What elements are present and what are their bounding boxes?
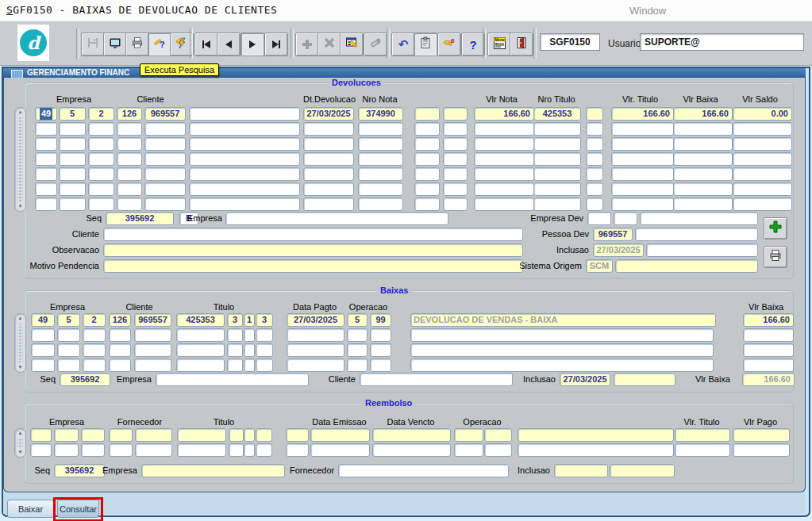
devolucoes-cell-r0c7[interactable]: 374990 [358, 107, 403, 121]
reembolso-cell-r0c15[interactable] [675, 428, 730, 442]
baixas-cell-r3c10[interactable] [347, 358, 368, 372]
add-item-button[interactable] [764, 217, 787, 239]
baixas-cell-r2c2[interactable] [83, 343, 106, 357]
reembolso-cell-r1c12[interactable] [454, 443, 483, 457]
baixas-cell-r1c10[interactable] [347, 328, 368, 342]
list-of-values-button[interactable]: 8 [437, 33, 461, 56]
devolucoes-cell-r1c12[interactable] [586, 122, 603, 136]
dev-observacao-field[interactable] [103, 243, 523, 257]
devolucoes-cell-r2c2[interactable] [88, 137, 114, 151]
reembolso-cell-r0c1[interactable] [54, 428, 79, 442]
screen-button[interactable] [103, 33, 127, 56]
devolucoes-cell-r5c9[interactable] [443, 182, 468, 196]
reembolso-cell-r0c14[interactable] [518, 428, 674, 442]
baixas-cell-r3c13[interactable] [743, 358, 794, 372]
reembolso-cell-r0c9[interactable] [286, 428, 309, 442]
bai-seq-field[interactable]: 395692 [60, 373, 110, 386]
reembolso-cell-r1c0[interactable] [30, 443, 52, 457]
reembolso-cell-r1c1[interactable] [54, 443, 79, 457]
devolucoes-cell-r4c11[interactable] [533, 167, 581, 181]
devolucoes-cell-r4c1[interactable] [59, 167, 86, 181]
baixas-cell-r0c3[interactable]: 126 [109, 313, 131, 327]
baixas-cell-r2c7[interactable] [244, 343, 255, 357]
baixas-cell-r3c12[interactable] [410, 358, 714, 372]
reembolso-cell-r0c3[interactable] [109, 428, 133, 442]
baixas-cell-r3c7[interactable] [244, 358, 255, 372]
mdi-titlebar[interactable]: GERENCIAMENTO FINANC [3, 68, 806, 78]
reembolso-cell-r1c11[interactable] [372, 443, 451, 457]
reembolso-cell-r1c9[interactable] [286, 443, 309, 457]
ree-inclusao1-field[interactable] [554, 464, 608, 477]
print-button[interactable] [125, 33, 149, 56]
devolucoes-cell-r1c0[interactable] [35, 122, 57, 136]
baixas-cell-r2c12[interactable] [410, 343, 714, 357]
devolucoes-cell-r0c6[interactable]: 27/03/2025 [303, 107, 354, 121]
exit-button[interactable] [510, 33, 533, 56]
ree-fornecedor-field[interactable] [338, 464, 509, 477]
execute-query-button[interactable]: ? [148, 33, 171, 56]
devolucoes-cell-r1c6[interactable] [303, 122, 354, 136]
baixas-cell-r3c0[interactable] [31, 358, 55, 372]
baixas-cell-r2c0[interactable] [31, 343, 55, 357]
baixas-cell-r1c3[interactable] [109, 328, 131, 342]
devolucoes-cell-r1c3[interactable] [117, 122, 142, 136]
devolucoes-cell-r1c14[interactable] [673, 122, 733, 136]
baixas-cell-r3c2[interactable] [83, 358, 106, 372]
baixas-cell-r0c12[interactable]: DEVOLUCAO DE VENDAS - BAIXA [410, 313, 716, 327]
reembolso-cell-r0c2[interactable] [81, 428, 105, 442]
dev-empresa-field[interactable] [225, 212, 448, 225]
dev-motivo-field[interactable] [103, 259, 523, 273]
baixas-cell-r0c7[interactable]: 1 [244, 313, 255, 327]
devolucoes-cell-r3c3[interactable] [117, 152, 142, 166]
devolucoes-cell-r3c13[interactable] [611, 152, 674, 166]
first-record-button[interactable] [194, 33, 218, 56]
devolucoes-cell-r5c8[interactable] [414, 182, 440, 196]
devolucoes-cell-r4c10[interactable] [474, 167, 534, 181]
devolucoes-cell-r3c12[interactable] [586, 152, 603, 166]
devolucoes-cell-r1c4[interactable] [144, 122, 186, 136]
devolucoes-cell-r2c4[interactable] [144, 137, 186, 151]
devolucoes-cell-r3c11[interactable] [533, 152, 581, 166]
baixas-cell-r1c8[interactable] [256, 328, 273, 342]
devolucoes-cell-r3c0[interactable] [35, 152, 57, 166]
baixas-cell-r0c4[interactable]: 969557 [134, 313, 171, 327]
baixas-cell-r3c11[interactable] [370, 358, 391, 372]
devolucoes-cell-r6c6[interactable] [303, 197, 354, 211]
devolucoes-cell-r1c11[interactable] [533, 122, 581, 136]
ree-seq-field[interactable]: 395692 [54, 464, 105, 477]
devolucoes-cell-r3c8[interactable] [414, 152, 440, 166]
dev-cliente-field[interactable] [103, 228, 523, 241]
last-record-button[interactable] [264, 33, 288, 56]
devolucoes-cell-r5c6[interactable] [303, 182, 354, 196]
save-button[interactable] [81, 33, 105, 56]
devolucoes-cell-r6c4[interactable] [144, 197, 186, 211]
devolucoes-cell-r1c5[interactable] [189, 122, 300, 136]
undo-button[interactable]: ↶ [391, 33, 415, 56]
clipboard-button[interactable] [414, 33, 437, 56]
devolucoes-cell-r4c2[interactable] [88, 167, 114, 181]
baixas-cell-r1c0[interactable] [31, 328, 55, 342]
devolucoes-cell-r2c15[interactable] [733, 137, 792, 151]
devolucoes-cell-r4c8[interactable] [414, 167, 440, 181]
devolucoes-cell-r1c1[interactable] [59, 122, 86, 136]
reembolso-cell-r0c16[interactable] [733, 428, 790, 442]
devolucoes-cell-r2c1[interactable] [59, 137, 86, 151]
reembolso-cell-r0c13[interactable] [484, 428, 512, 442]
devolucoes-scrollbar[interactable]: ▲▼ [14, 107, 26, 212]
devolucoes-cell-r0c13[interactable]: 166.60 [611, 107, 674, 121]
reembolso-cell-r0c0[interactable] [30, 428, 52, 442]
reembolso-cell-r0c7[interactable] [244, 428, 255, 442]
reembolso-cell-r1c13[interactable] [484, 443, 512, 457]
reembolso-cell-r1c14[interactable] [518, 443, 674, 457]
devolucoes-cell-r2c13[interactable] [611, 137, 674, 151]
clear-button[interactable] [364, 33, 387, 56]
reembolso-cell-r0c8[interactable] [256, 428, 272, 442]
reembolso-cell-r0c6[interactable] [229, 428, 244, 442]
devolucoes-cell-r5c11[interactable] [533, 182, 581, 196]
reembolso-cell-r1c15[interactable] [675, 443, 730, 457]
baixas-cell-r0c9[interactable]: 27/03/2025 [287, 313, 344, 327]
devolucoes-cell-r4c15[interactable] [733, 167, 792, 181]
baixas-cell-r2c13[interactable] [743, 343, 794, 357]
reembolso-cell-r0c5[interactable] [177, 428, 226, 442]
reembolso-cell-r1c16[interactable] [733, 443, 790, 457]
